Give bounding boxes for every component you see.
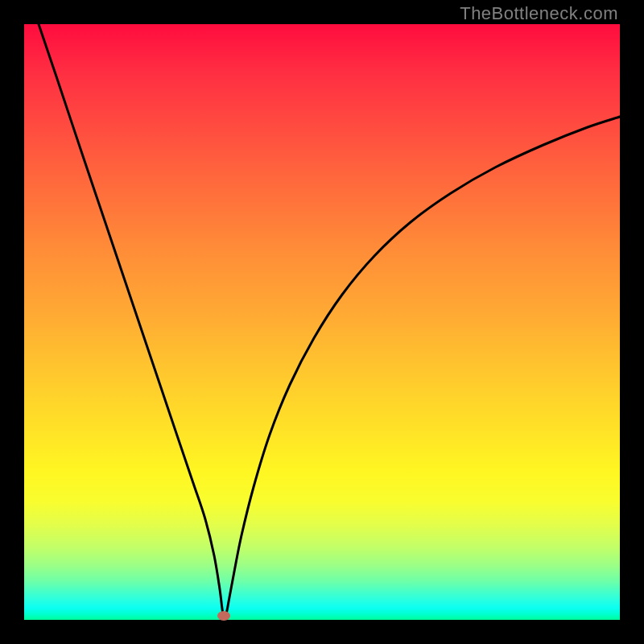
min-marker — [217, 611, 230, 621]
chart-overlay — [24, 24, 620, 620]
chart-container: TheBottleneck.com — [0, 0, 644, 644]
bottleneck-curve — [39, 24, 620, 616]
watermark-text: TheBottleneck.com — [460, 3, 618, 24]
